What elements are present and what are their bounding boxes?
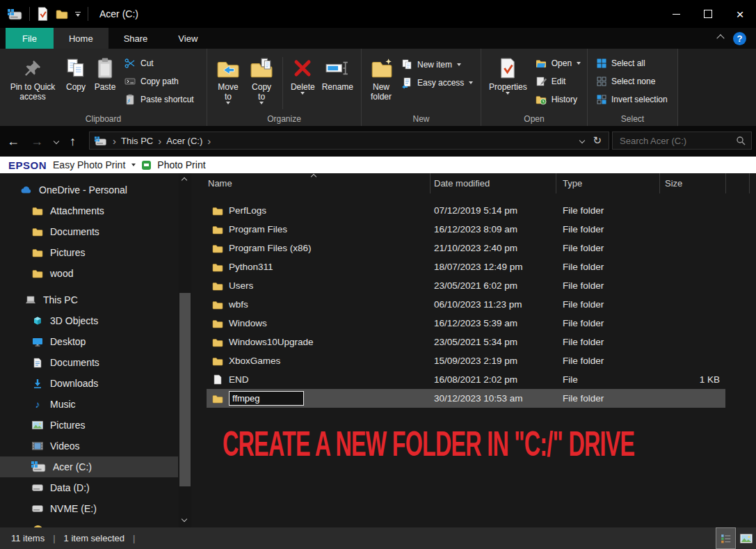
properties-button[interactable]: Properties	[485, 54, 531, 96]
file-row-ffmpeg[interactable]: 30/12/2023 10:53 amFile folder	[207, 389, 725, 408]
file-row-perflogs[interactable]: PerfLogs 07/12/2019 5:14 pmFile folder	[207, 201, 725, 220]
file-row-users[interactable]: Users 23/05/2021 6:02 pmFile folder	[207, 276, 725, 295]
delete-button[interactable]: Delete	[287, 54, 319, 96]
column-header-type[interactable]: Type	[563, 178, 582, 189]
sidebar-item-3d-objects[interactable]: 3D Objects	[0, 310, 178, 331]
help-icon[interactable]: ?	[733, 32, 746, 45]
music-note-icon: ♪	[32, 399, 43, 410]
sidebar-item-documents[interactable]: Documents	[0, 352, 178, 373]
ribbon-group-organize: Move to Copy to Delete Rename Organize	[207, 49, 362, 126]
pin-to-quick-access-button[interactable]: Pin to Quick access	[4, 54, 61, 103]
sidebar-item-nvme-e[interactable]: NVME (E:)	[0, 498, 178, 519]
refresh-icon[interactable]: ↻	[593, 134, 602, 147]
folder-icon	[32, 226, 43, 237]
tab-file[interactable]: File	[6, 28, 54, 49]
collapse-ribbon-icon[interactable]	[716, 34, 724, 42]
sidebar-item-onedrive[interactable]: OneDrive - Personal	[0, 180, 178, 200]
file-row-program-files[interactable]: Program Files 16/12/2023 8:09 amFile fol…	[207, 220, 725, 239]
file-row-wbfs[interactable]: wbfs 06/10/2023 11:23 pmFile folder	[207, 295, 725, 314]
epson-logo: EPSON	[8, 159, 47, 171]
close-button[interactable]: ×	[724, 0, 756, 28]
sidebar-item-attachments[interactable]: Attachments	[0, 200, 178, 221]
status-bar: 11 items | 1 item selected |	[0, 527, 756, 549]
drive-icon	[95, 136, 107, 145]
rename-input[interactable]	[229, 391, 304, 406]
invert-selection-button[interactable]: Invert selection	[595, 92, 670, 107]
sidebar-item-wood[interactable]: wood	[0, 263, 178, 284]
sidebar-item-desktop[interactable]: Desktop	[0, 331, 178, 352]
forward-arrow-icon[interactable]: →	[31, 134, 43, 149]
new-folder-button[interactable]: Newfolder	[366, 54, 396, 103]
breadcrumb-this-pc[interactable]: This PC	[121, 136, 153, 146]
column-header-size[interactable]: Size	[665, 178, 682, 189]
sidebar-item-this-pc[interactable]: This PC	[0, 289, 178, 310]
breadcrumb-drive[interactable]: Acer (C:)	[166, 136, 202, 146]
sidebar-item-downloads[interactable]: Downloads	[0, 373, 178, 394]
selected-count: 1 item selected	[64, 533, 124, 543]
sidebar-item-data-d[interactable]: Data (D:)	[0, 477, 178, 498]
photo-print-button[interactable]: Photo Print	[157, 159, 205, 170]
file-row-windows[interactable]: Windows 16/12/2023 5:39 amFile folder	[207, 314, 725, 333]
address-dropdown-chevron-icon[interactable]	[579, 138, 585, 143]
file-row-windows10upgrade[interactable]: Windows10Upgrade 23/05/2021 5:34 pmFile …	[207, 333, 725, 351]
minimize-button[interactable]	[660, 0, 692, 28]
epson-dropdown-icon[interactable]	[131, 164, 136, 166]
copy-button[interactable]: Copy	[61, 54, 90, 93]
search-input[interactable]	[618, 135, 732, 147]
sidebar-scrollbar[interactable]	[179, 173, 191, 527]
search-box[interactable]	[612, 132, 752, 150]
maximize-button[interactable]	[692, 0, 724, 28]
up-arrow-icon[interactable]: ↑	[70, 134, 76, 149]
file-rows: PerfLogs 07/12/2019 5:14 pmFile folder P…	[207, 201, 725, 408]
copy-path-button[interactable]: Copy path	[122, 74, 196, 89]
sidebar-item-pictures-onedrive[interactable]: Pictures	[0, 242, 178, 263]
scroll-up-icon[interactable]	[182, 177, 187, 183]
move-to-button[interactable]: Move to	[211, 54, 245, 106]
file-row-program-files-x86[interactable]: Program Files (x86) 21/10/2023 2:40 pmFi…	[207, 239, 725, 257]
select-none-button[interactable]: Select none	[595, 74, 670, 89]
select-none-icon	[597, 77, 606, 86]
tab-home[interactable]: Home	[54, 28, 108, 49]
folder-icon	[212, 205, 223, 216]
group-label-clipboard: Clipboard	[0, 114, 207, 124]
file-row-end[interactable]: END 16/08/2021 2:02 pmFile1 KB	[207, 370, 725, 389]
sidebar-item-music[interactable]: ♪ Music	[0, 394, 178, 415]
thumbnail-view-button[interactable]	[736, 527, 756, 549]
scrollbar-thumb[interactable]	[179, 293, 191, 486]
file-row-python311[interactable]: Python311 18/07/2023 12:49 pmFile folder	[207, 257, 725, 276]
edit-button[interactable]: Edit	[533, 74, 583, 89]
rename-button[interactable]: Rename	[319, 54, 357, 93]
customize-toolbar-chevron-icon[interactable]	[75, 12, 81, 17]
sidebar-item-videos[interactable]: Videos	[0, 436, 178, 456]
dropdown-arrow-icon	[300, 92, 305, 95]
computer-icon	[25, 294, 36, 305]
sidebar-item-acer-c[interactable]: Acer (C:)	[0, 456, 178, 477]
pushpin-icon	[23, 56, 42, 81]
sidebar-item-partial[interactable]	[0, 519, 178, 527]
recent-locations-chevron-icon[interactable]	[54, 138, 59, 144]
sidebar-item-pictures[interactable]: Pictures	[0, 415, 178, 436]
search-icon[interactable]	[736, 136, 746, 145]
history-button[interactable]: History	[533, 92, 583, 107]
address-bar[interactable]: › This PC › Acer (C:) › ↻	[89, 132, 609, 150]
paste-shortcut-button[interactable]: Paste shortcut	[122, 92, 196, 107]
copy-to-button[interactable]: Copy to	[245, 54, 278, 106]
properties-quick-button[interactable]	[37, 7, 49, 21]
tab-view[interactable]: View	[163, 28, 213, 49]
column-header-name[interactable]: Name	[208, 178, 232, 189]
back-arrow-icon[interactable]: ←	[7, 134, 19, 149]
paste-button[interactable]: Paste	[90, 54, 120, 93]
tab-share[interactable]: Share	[108, 28, 163, 49]
open-button[interactable]: Open	[533, 56, 583, 71]
monitor-icon	[32, 336, 43, 347]
scroll-down-icon[interactable]	[182, 516, 187, 522]
sidebar-item-documents-onedrive[interactable]: Documents	[0, 221, 178, 242]
easy-access-button[interactable]: Easy access	[399, 75, 475, 90]
new-item-button[interactable]: New item	[399, 57, 475, 72]
select-all-button[interactable]: Select all	[595, 56, 670, 71]
column-header-date[interactable]: Date modified	[434, 178, 490, 189]
file-row-xboxgames[interactable]: XboxGames 15/09/2023 2:19 pmFile folder	[207, 351, 725, 370]
details-view-button[interactable]	[716, 527, 736, 549]
cut-button[interactable]: Cut	[122, 56, 196, 71]
new-folder-quick-button[interactable]	[56, 8, 68, 19]
